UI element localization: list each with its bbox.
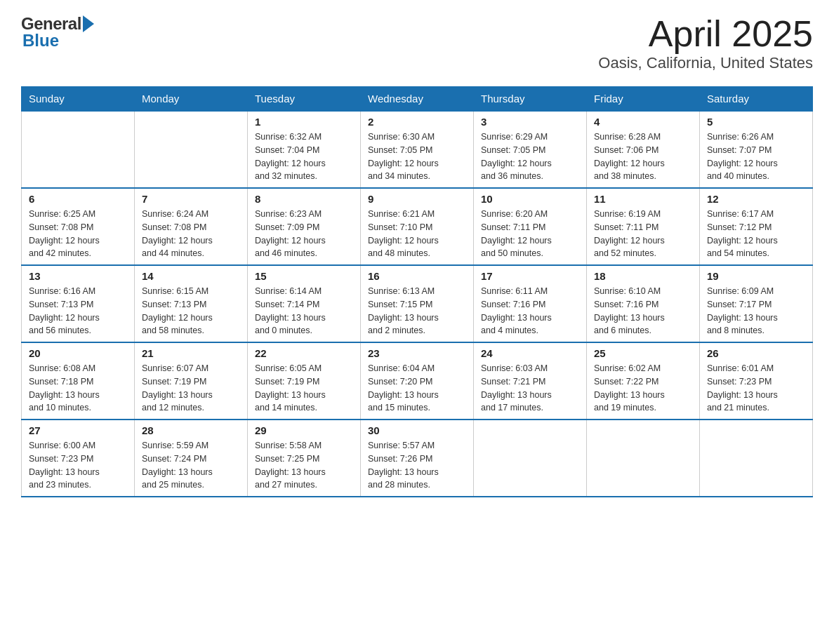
- day-number: 10: [481, 193, 579, 205]
- calendar-week-row: 6Sunrise: 6:25 AMSunset: 7:08 PMDaylight…: [22, 188, 813, 265]
- calendar-table: SundayMondayTuesdayWednesdayThursdayFrid…: [21, 86, 813, 497]
- day-number: 3: [481, 116, 579, 128]
- day-number: 16: [368, 270, 466, 282]
- calendar-cell: 14Sunrise: 6:15 AMSunset: 7:13 PMDayligh…: [135, 265, 248, 342]
- day-number: 2: [368, 116, 466, 128]
- day-number: 29: [255, 424, 353, 436]
- day-info: Sunrise: 6:04 AMSunset: 7:20 PMDaylight:…: [368, 362, 466, 415]
- calendar-week-row: 27Sunrise: 6:00 AMSunset: 7:23 PMDayligh…: [22, 420, 813, 497]
- calendar-cell: 2Sunrise: 6:30 AMSunset: 7:05 PMDaylight…: [361, 111, 474, 188]
- calendar-cell: 18Sunrise: 6:10 AMSunset: 7:16 PMDayligh…: [587, 265, 700, 342]
- weekday-header-friday: Friday: [587, 87, 700, 112]
- day-number: 5: [707, 116, 805, 128]
- calendar-cell: [135, 111, 248, 188]
- day-info: Sunrise: 6:29 AMSunset: 7:05 PMDaylight:…: [481, 130, 579, 183]
- calendar-cell: 22Sunrise: 6:05 AMSunset: 7:19 PMDayligh…: [248, 342, 361, 420]
- day-info: Sunrise: 6:09 AMSunset: 7:17 PMDaylight:…: [707, 285, 805, 337]
- calendar-week-row: 13Sunrise: 6:16 AMSunset: 7:13 PMDayligh…: [22, 265, 813, 342]
- calendar-cell: 29Sunrise: 5:58 AMSunset: 7:25 PMDayligh…: [248, 420, 361, 497]
- day-number: 24: [481, 347, 579, 359]
- calendar-cell: 7Sunrise: 6:24 AMSunset: 7:08 PMDaylight…: [135, 188, 248, 265]
- weekday-header-thursday: Thursday: [474, 87, 587, 112]
- day-info: Sunrise: 6:08 AMSunset: 7:18 PMDaylight:…: [29, 362, 127, 415]
- calendar-cell: 13Sunrise: 6:16 AMSunset: 7:13 PMDayligh…: [22, 265, 135, 342]
- day-info: Sunrise: 6:19 AMSunset: 7:11 PMDaylight:…: [594, 208, 692, 260]
- day-info: Sunrise: 6:00 AMSunset: 7:23 PMDaylight:…: [29, 439, 127, 492]
- calendar-cell: 26Sunrise: 6:01 AMSunset: 7:23 PMDayligh…: [700, 342, 813, 420]
- calendar-cell: 16Sunrise: 6:13 AMSunset: 7:15 PMDayligh…: [361, 265, 474, 342]
- day-info: Sunrise: 6:23 AMSunset: 7:09 PMDaylight:…: [255, 208, 353, 260]
- day-number: 11: [594, 193, 692, 205]
- calendar-cell: 6Sunrise: 6:25 AMSunset: 7:08 PMDaylight…: [22, 188, 135, 265]
- day-info: Sunrise: 5:58 AMSunset: 7:25 PMDaylight:…: [255, 439, 353, 492]
- calendar-cell: 1Sunrise: 6:32 AMSunset: 7:04 PMDaylight…: [248, 111, 361, 188]
- weekday-header-sunday: Sunday: [22, 87, 135, 112]
- calendar-cell: 3Sunrise: 6:29 AMSunset: 7:05 PMDaylight…: [474, 111, 587, 188]
- calendar-subtitle: Oasis, California, United States: [598, 54, 813, 72]
- day-number: 9: [368, 193, 466, 205]
- calendar-week-row: 1Sunrise: 6:32 AMSunset: 7:04 PMDaylight…: [22, 111, 813, 188]
- day-info: Sunrise: 6:07 AMSunset: 7:19 PMDaylight:…: [142, 362, 240, 415]
- logo-triangle-icon: [83, 15, 94, 32]
- day-number: 28: [142, 424, 240, 436]
- calendar-cell: 28Sunrise: 5:59 AMSunset: 7:24 PMDayligh…: [135, 420, 248, 497]
- calendar-cell: [700, 420, 813, 497]
- calendar-cell: 25Sunrise: 6:02 AMSunset: 7:22 PMDayligh…: [587, 342, 700, 420]
- calendar-cell: 27Sunrise: 6:00 AMSunset: 7:23 PMDayligh…: [22, 420, 135, 497]
- day-info: Sunrise: 6:17 AMSunset: 7:12 PMDaylight:…: [707, 208, 805, 260]
- calendar-cell: 30Sunrise: 5:57 AMSunset: 7:26 PMDayligh…: [361, 420, 474, 497]
- day-number: 30: [368, 424, 466, 436]
- logo: General Blue: [21, 14, 94, 51]
- day-info: Sunrise: 6:10 AMSunset: 7:16 PMDaylight:…: [594, 285, 692, 337]
- day-number: 22: [255, 347, 353, 359]
- calendar-cell: 23Sunrise: 6:04 AMSunset: 7:20 PMDayligh…: [361, 342, 474, 420]
- weekday-header-saturday: Saturday: [700, 87, 813, 112]
- day-number: 12: [707, 193, 805, 205]
- day-number: 1: [255, 116, 353, 128]
- day-info: Sunrise: 6:16 AMSunset: 7:13 PMDaylight:…: [29, 285, 127, 337]
- calendar-cell: 15Sunrise: 6:14 AMSunset: 7:14 PMDayligh…: [248, 265, 361, 342]
- day-number: 18: [594, 270, 692, 282]
- day-number: 19: [707, 270, 805, 282]
- day-info: Sunrise: 5:59 AMSunset: 7:24 PMDaylight:…: [142, 439, 240, 492]
- day-info: Sunrise: 6:25 AMSunset: 7:08 PMDaylight:…: [29, 208, 127, 260]
- day-number: 13: [29, 270, 127, 282]
- day-number: 20: [29, 347, 127, 359]
- calendar-cell: 5Sunrise: 6:26 AMSunset: 7:07 PMDaylight…: [700, 111, 813, 188]
- title-block: April 2025 Oasis, California, United Sta…: [598, 14, 813, 72]
- day-number: 4: [594, 116, 692, 128]
- day-info: Sunrise: 6:15 AMSunset: 7:13 PMDaylight:…: [142, 285, 240, 337]
- day-info: Sunrise: 6:01 AMSunset: 7:23 PMDaylight:…: [707, 362, 805, 415]
- day-number: 26: [707, 347, 805, 359]
- calendar-cell: 9Sunrise: 6:21 AMSunset: 7:10 PMDaylight…: [361, 188, 474, 265]
- day-number: 7: [142, 193, 240, 205]
- day-number: 17: [481, 270, 579, 282]
- day-number: 21: [142, 347, 240, 359]
- day-info: Sunrise: 6:24 AMSunset: 7:08 PMDaylight:…: [142, 208, 240, 260]
- calendar-cell: 21Sunrise: 6:07 AMSunset: 7:19 PMDayligh…: [135, 342, 248, 420]
- calendar-cell: [587, 420, 700, 497]
- calendar-cell: 19Sunrise: 6:09 AMSunset: 7:17 PMDayligh…: [700, 265, 813, 342]
- day-number: 15: [255, 270, 353, 282]
- logo-text-blue: Blue: [21, 31, 59, 51]
- day-info: Sunrise: 6:20 AMSunset: 7:11 PMDaylight:…: [481, 208, 579, 260]
- day-info: Sunrise: 6:05 AMSunset: 7:19 PMDaylight:…: [255, 362, 353, 415]
- day-number: 23: [368, 347, 466, 359]
- day-number: 6: [29, 193, 127, 205]
- day-number: 27: [29, 424, 127, 436]
- day-info: Sunrise: 6:03 AMSunset: 7:21 PMDaylight:…: [481, 362, 579, 415]
- day-info: Sunrise: 6:32 AMSunset: 7:04 PMDaylight:…: [255, 130, 353, 183]
- day-info: Sunrise: 6:21 AMSunset: 7:10 PMDaylight:…: [368, 208, 466, 260]
- calendar-cell: [22, 111, 135, 188]
- day-number: 8: [255, 193, 353, 205]
- weekday-header-wednesday: Wednesday: [361, 87, 474, 112]
- day-number: 14: [142, 270, 240, 282]
- page-header: General Blue April 2025 Oasis, Californi…: [21, 14, 813, 72]
- calendar-cell: [474, 420, 587, 497]
- weekday-header-tuesday: Tuesday: [248, 87, 361, 112]
- calendar-title: April 2025: [598, 14, 813, 54]
- day-info: Sunrise: 6:02 AMSunset: 7:22 PMDaylight:…: [594, 362, 692, 415]
- weekday-header-monday: Monday: [135, 87, 248, 112]
- day-info: Sunrise: 6:30 AMSunset: 7:05 PMDaylight:…: [368, 130, 466, 183]
- calendar-cell: 17Sunrise: 6:11 AMSunset: 7:16 PMDayligh…: [474, 265, 587, 342]
